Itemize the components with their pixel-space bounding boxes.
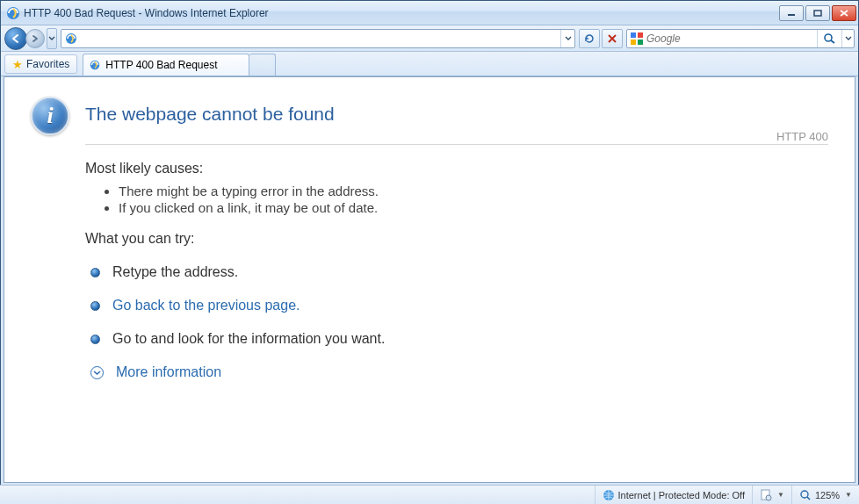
ie-icon	[6, 6, 20, 20]
svg-point-12	[766, 495, 771, 500]
svg-rect-6	[631, 40, 636, 45]
address-dropdown[interactable]	[560, 30, 574, 47]
zoom-control[interactable]: 125% ▼	[792, 486, 859, 504]
favorites-label: Favorites	[26, 58, 69, 70]
svg-rect-7	[638, 40, 643, 45]
search-dropdown[interactable]	[841, 30, 854, 47]
address-bar[interactable]	[61, 29, 575, 48]
security-zone[interactable]: Internet | Protected Mode: Off	[596, 486, 754, 504]
try-text: Go to and look for the information you w…	[112, 331, 385, 347]
expand-icon	[90, 366, 104, 379]
divider: HTTP 400	[85, 144, 828, 145]
minimize-button[interactable]	[779, 5, 804, 21]
info-icon: i	[31, 97, 69, 135]
page-content: i The webpage cannot be found HTTP 400 M…	[4, 76, 855, 483]
ie-page-icon	[64, 32, 78, 46]
go-back-link[interactable]: Go back to the previous page.	[112, 298, 300, 313]
bullet-icon	[90, 335, 100, 344]
search-box[interactable]	[626, 29, 855, 48]
nav-toolbar	[1, 25, 858, 52]
maximize-button[interactable]	[805, 5, 830, 21]
cause-item: There might be a typing error in the add…	[119, 184, 828, 198]
cause-item: If you clicked on a link, it may be out …	[119, 200, 828, 215]
error-heading: The webpage cannot be found	[85, 104, 828, 125]
try-title: What you can try:	[85, 231, 828, 247]
bullet-icon	[90, 268, 100, 277]
svg-rect-1	[788, 14, 795, 16]
try-item-goback: Go back to the previous page.	[90, 298, 828, 313]
ie-page-icon	[89, 59, 101, 71]
svg-point-8	[825, 34, 832, 41]
search-input[interactable]	[646, 31, 817, 47]
causes-title: Most likely causes:	[85, 161, 828, 176]
favorites-button[interactable]: ★ Favorites	[4, 54, 77, 74]
try-item-retype: Retype the address.	[90, 264, 828, 280]
window-titlebar: HTTP 400 Bad Request - Windows Internet …	[1, 1, 858, 25]
try-text: Retype the address.	[112, 264, 238, 280]
refresh-button[interactable]	[579, 29, 600, 48]
back-button[interactable]	[4, 27, 27, 50]
zoom-text: 125%	[815, 490, 840, 500]
more-info-toggle[interactable]: More information	[90, 364, 828, 380]
google-icon	[630, 32, 644, 46]
status-bar: Internet | Protected Mode: Off ▼ 125% ▼	[0, 485, 859, 504]
page-icon	[760, 489, 772, 501]
globe-icon	[603, 489, 615, 501]
window-title: HTTP 400 Bad Request - Windows Internet …	[24, 7, 779, 19]
close-button[interactable]	[832, 5, 856, 21]
page-info-button[interactable]: ▼	[753, 486, 792, 504]
status-spacer	[0, 486, 596, 504]
zoom-icon	[799, 489, 812, 501]
star-icon: ★	[12, 58, 23, 71]
forward-button[interactable]	[25, 29, 45, 48]
address-input[interactable]	[81, 31, 560, 47]
chevron-down-icon: ▼	[845, 491, 852, 499]
svg-rect-2	[814, 11, 821, 16]
search-button[interactable]	[817, 30, 841, 47]
chevron-down-icon: ▼	[777, 491, 784, 499]
svg-rect-5	[638, 32, 643, 38]
svg-rect-4	[631, 32, 636, 38]
tab-active[interactable]: HTTP 400 Bad Request	[83, 54, 249, 76]
http-code: HTTP 400	[776, 130, 828, 143]
favorites-bar: ★ Favorites HTTP 400 Bad Request	[1, 52, 858, 76]
tab-title: HTTP 400 Bad Request	[105, 59, 217, 71]
svg-point-13	[801, 491, 808, 498]
bullet-icon	[90, 301, 100, 311]
try-item-goto: Go to and look for the information you w…	[90, 331, 828, 347]
more-info-link[interactable]: More information	[116, 364, 221, 380]
causes-list: There might be a typing error in the add…	[85, 184, 828, 215]
nav-history-dropdown[interactable]	[47, 28, 57, 49]
new-tab-button[interactable]	[249, 54, 276, 76]
stop-button[interactable]	[602, 29, 623, 48]
zone-text: Internet | Protected Mode: Off	[618, 490, 746, 500]
